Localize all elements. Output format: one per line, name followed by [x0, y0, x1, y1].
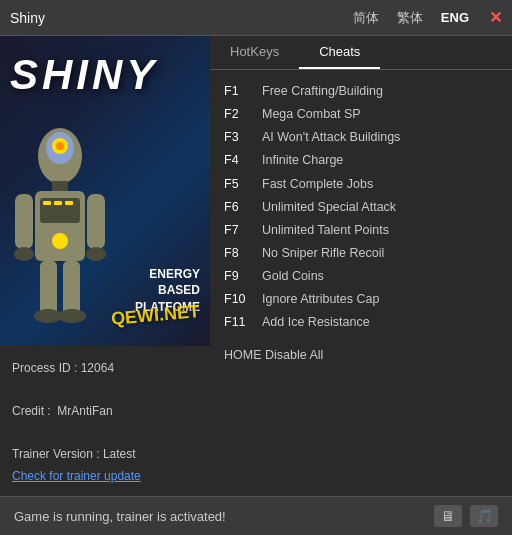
status-bar: Game is running, trainer is activated! 🖥…	[0, 496, 512, 535]
credit-value: MrAntiFan	[57, 404, 112, 418]
cheat-key: F9	[224, 265, 256, 288]
watermark: QEWI.NET	[110, 301, 200, 330]
credit-label: Credit :	[12, 404, 51, 418]
cheat-key: F2	[224, 103, 256, 126]
svg-point-11	[86, 247, 106, 261]
music-icon[interactable]: 🎵	[470, 505, 498, 527]
svg-rect-16	[43, 201, 51, 205]
left-panel: SHINY	[0, 36, 210, 496]
cheat-key: F5	[224, 173, 256, 196]
cheat-desc: Free Crafting/Building	[262, 80, 383, 103]
cheats-panel: F1Free Crafting/BuildingF2Mega Combat SP…	[210, 70, 512, 378]
robot-figure	[10, 126, 110, 346]
svg-point-7	[52, 233, 68, 249]
cheat-row: F7Unlimited Talent Points	[224, 219, 498, 242]
monitor-icon[interactable]: 🖥	[434, 505, 462, 527]
cheat-desc: Unlimited Special Attack	[262, 196, 396, 219]
svg-point-14	[34, 309, 62, 323]
svg-point-3	[56, 142, 64, 150]
status-icons: 🖥 🎵	[434, 505, 498, 527]
credit-row: Credit : MrAntiFan	[12, 401, 198, 423]
cheat-desc: Mega Combat SP	[262, 103, 361, 126]
lang-simplified[interactable]: 简体	[349, 7, 383, 29]
cheat-row: F8No Sniper Rifle Recoil	[224, 242, 498, 265]
cheat-desc: Infinite Charge	[262, 149, 343, 172]
cheat-key: F7	[224, 219, 256, 242]
cheat-key: F4	[224, 149, 256, 172]
cheat-desc: Add Ice Resistance	[262, 311, 370, 334]
main-content: SHINY	[0, 36, 512, 496]
cheat-key: F6	[224, 196, 256, 219]
cheat-desc: AI Won't Attack Buildings	[262, 126, 400, 149]
cheat-key: F11	[224, 311, 256, 334]
svg-rect-18	[65, 201, 73, 205]
svg-rect-17	[54, 201, 62, 205]
cheat-key: F3	[224, 126, 256, 149]
lang-english[interactable]: ENG	[437, 8, 473, 27]
cheat-row: F2Mega Combat SP	[224, 103, 498, 126]
close-button[interactable]: ✕	[489, 8, 502, 27]
cheat-row: F11Add Ice Resistance	[224, 311, 498, 334]
cheat-desc: Gold Coins	[262, 265, 324, 288]
cheat-row: F1Free Crafting/Building	[224, 80, 498, 103]
tab-hotkeys[interactable]: HotKeys	[210, 36, 299, 69]
cheat-desc: No Sniper Rifle Recoil	[262, 242, 384, 265]
cheat-desc: Ignore Attributes Cap	[262, 288, 379, 311]
cheat-row: F5Fast Complete Jobs	[224, 173, 498, 196]
check-update-link[interactable]: Check for trainer update	[12, 469, 141, 483]
game-title: SHINY	[10, 51, 158, 99]
cheat-row: F3AI Won't Attack Buildings	[224, 126, 498, 149]
cheat-row: F6Unlimited Special Attack	[224, 196, 498, 219]
app-title: Shiny	[10, 10, 349, 26]
status-text: Game is running, trainer is activated!	[14, 509, 424, 524]
tabs: HotKeys Cheats	[210, 36, 512, 70]
info-panel: Process ID : 12064 Credit : MrAntiFan Tr…	[0, 346, 210, 496]
svg-rect-8	[15, 194, 33, 249]
lang-traditional[interactable]: 繁体	[393, 7, 427, 29]
process-id: Process ID : 12064	[12, 358, 198, 380]
cheat-row: F9Gold Coins	[224, 265, 498, 288]
cheat-key: F8	[224, 242, 256, 265]
language-controls: 简体 繁体 ENG ✕	[349, 7, 502, 29]
right-panel: HotKeys Cheats F1Free Crafting/BuildingF…	[210, 36, 512, 496]
cheat-row: F10Ignore Attributes Cap	[224, 288, 498, 311]
cheat-desc: Unlimited Talent Points	[262, 219, 389, 242]
cheat-desc: Fast Complete Jobs	[262, 173, 373, 196]
game-image: SHINY	[0, 36, 210, 346]
tab-cheats[interactable]: Cheats	[299, 36, 380, 69]
title-bar: Shiny 简体 繁体 ENG ✕	[0, 0, 512, 36]
svg-point-10	[14, 247, 34, 261]
cheat-key: F10	[224, 288, 256, 311]
cheat-row: F4Infinite Charge	[224, 149, 498, 172]
cheat-key: F1	[224, 80, 256, 103]
svg-rect-9	[87, 194, 105, 249]
svg-rect-12	[40, 261, 57, 316]
trainer-version: Trainer Version : Latest	[12, 444, 198, 466]
svg-rect-4	[52, 181, 68, 191]
svg-rect-13	[63, 261, 80, 316]
home-disable-row: HOME Disable All	[224, 344, 498, 367]
svg-point-15	[58, 309, 86, 323]
